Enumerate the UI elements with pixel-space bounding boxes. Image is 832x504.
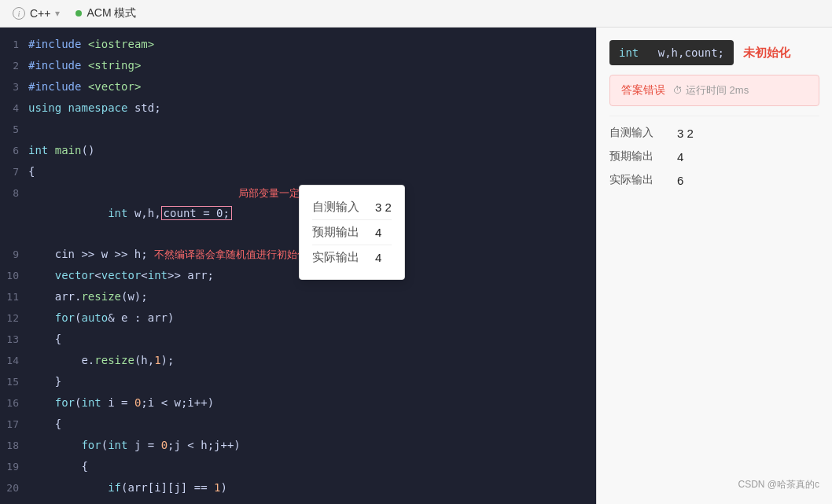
right-expected-label: 预期输出	[609, 149, 664, 164]
popup-row-actual: 实际输出 4	[312, 245, 392, 270]
info-icon: i	[13, 7, 25, 20]
code-line-17: 17 {	[0, 414, 596, 435]
uninit-row: int w,h,count; 未初始化	[609, 40, 819, 65]
toolbar: i C++ ▾ ACM 模式	[0, 0, 832, 28]
code-line-7: 7 {	[0, 161, 596, 182]
code-line-20: 20 if(arr[i][j] == 1)	[0, 477, 596, 498]
code-line-8: 8 int w,h,count = 0; 局部变量一定要初始化，	[0, 182, 596, 244]
code-line-5: 5	[0, 119, 596, 140]
code-line-15: 15 }	[0, 371, 596, 392]
uninit-code-text: w,h,count;	[658, 46, 724, 59]
code-line-6: 6 int main()	[0, 140, 596, 161]
popup-actual-label: 实际输出	[312, 250, 359, 265]
popup-expected-value: 4	[375, 226, 381, 239]
code-line-18: 18 for(int j = 0;j < h;j++)	[0, 435, 596, 456]
right-expected-row: 预期输出 4	[609, 149, 819, 164]
code-line-16: 16 for(int i = 0;i < w;i++)	[0, 392, 596, 414]
mode-active-dot	[75, 10, 82, 17]
annotation-line9: 不然编译器会拿随机值进行初始化	[154, 245, 307, 265]
error-box: 答案错误 ⏱ 运行时间 2ms	[609, 75, 819, 106]
right-input-row: 自测输入 3 2	[609, 126, 819, 140]
code-line-14: 14 e.resize(h,1);	[0, 350, 596, 371]
test-popup: 自测输入 3 2 预期输出 4 实际输出 4	[299, 185, 405, 280]
error-label: 答案错误	[621, 83, 665, 97]
right-actual-value: 6	[677, 174, 683, 187]
popup-actual-value: 4	[375, 251, 381, 264]
right-actual-row: 实际输出 6	[609, 173, 819, 187]
right-input-label: 自测输入	[609, 126, 664, 140]
code-line-3: 3 #include <vector>	[0, 76, 596, 97]
code-line-2: 2 #include <string>	[0, 55, 596, 76]
code-line-4: 4 using namespace std;	[0, 97, 596, 119]
clock-icon: ⏱	[673, 85, 683, 96]
mode-label: ACM 模式	[87, 6, 136, 20]
popup-expected-label: 预期输出	[312, 225, 359, 240]
popup-input-value: 3 2	[375, 200, 392, 214]
code-line-21: 21 {	[0, 498, 596, 504]
language-label: C++	[30, 7, 50, 20]
language-selector[interactable]: i C++ ▾	[13, 7, 60, 20]
popup-input-label: 自测输入	[312, 200, 359, 215]
runtime-value: 运行时间 2ms	[686, 83, 749, 97]
uninit-int-kw: int	[619, 46, 639, 59]
runtime-text: ⏱ 运行时间 2ms	[673, 83, 749, 97]
code-line-10: 10 vector<vector<int>> arr;	[0, 265, 596, 286]
acm-mode: ACM 模式	[75, 6, 136, 20]
right-panel: int w,h,count; 未初始化 答案错误 ⏱ 运行时间 2ms 自测输入…	[596, 28, 832, 504]
code-line-19: 19 {	[0, 456, 596, 477]
right-expected-value: 4	[677, 150, 683, 164]
right-actual-label: 实际输出	[609, 173, 664, 187]
code-line-11: 11 arr.resize(w);	[0, 286, 596, 307]
divider-1	[609, 116, 819, 116]
watermark: CSDN @哈茶真的c	[609, 478, 819, 491]
chevron-down-icon: ▾	[55, 8, 60, 19]
code-editor[interactable]: 1 #include <iostream> 2 #include <string…	[0, 28, 596, 504]
code-line-13: 13 {	[0, 329, 596, 350]
popup-row-expected: 预期输出 4	[312, 220, 392, 245]
main-content: 1 #include <iostream> 2 #include <string…	[0, 28, 832, 504]
uninit-label: 未初始化	[743, 46, 790, 61]
code-line-12: 12 for(auto& e : arr)	[0, 307, 596, 329]
code-line-1: 1 #include <iostream>	[0, 34, 596, 55]
uninit-code-box: int w,h,count;	[609, 40, 734, 65]
right-input-value: 3 2	[677, 127, 694, 140]
popup-row-input: 自测输入 3 2	[312, 195, 392, 220]
code-line-9: 9 cin >> w >> h; 不然编译器会拿随机值进行初始化	[0, 244, 596, 265]
